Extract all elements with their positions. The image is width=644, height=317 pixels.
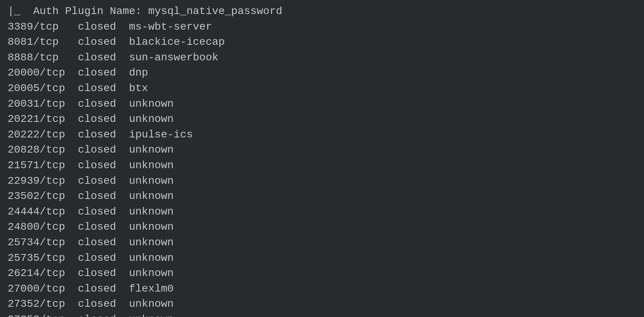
- terminal-line: |_ Auth Plugin Name: mysql_native_passwo…: [8, 4, 636, 19]
- terminal-line: 27000/tcp closed flexlm0: [8, 281, 636, 297]
- terminal-line: 27352/tcp closed unknown: [8, 296, 636, 312]
- terminal-line: 8081/tcp closed blackice-icecap: [8, 35, 636, 50]
- terminal-line: 24800/tcp closed unknown: [8, 219, 636, 235]
- terminal-line: 20000/tcp closed dnp: [8, 65, 636, 81]
- terminal-line: 23502/tcp closed unknown: [8, 189, 636, 204]
- terminal-line: 26214/tcp closed unknown: [8, 266, 636, 281]
- terminal-line: 20005/tcp closed btx: [8, 81, 636, 96]
- terminal-line: 27353/tcp closed unknown: [8, 312, 636, 317]
- terminal-output: |_ Auth Plugin Name: mysql_native_passwo…: [0, 0, 644, 317]
- terminal-line: 25734/tcp closed unknown: [8, 235, 636, 251]
- terminal-line: 20221/tcp closed unknown: [8, 112, 636, 127]
- terminal-line: 3389/tcp closed ms-wbt-server: [8, 19, 636, 35]
- terminal-line: 20031/tcp closed unknown: [8, 96, 636, 112]
- terminal-line: 21571/tcp closed unknown: [8, 158, 636, 173]
- terminal-line: 8888/tcp closed sun-answerbook: [8, 50, 636, 66]
- terminal-line: 24444/tcp closed unknown: [8, 204, 636, 220]
- terminal-line: 25735/tcp closed unknown: [8, 251, 636, 266]
- terminal-line: 20828/tcp closed unknown: [8, 142, 636, 158]
- terminal-line: 22939/tcp closed unknown: [8, 173, 636, 189]
- terminal-line: 20222/tcp closed ipulse-ics: [8, 127, 636, 143]
